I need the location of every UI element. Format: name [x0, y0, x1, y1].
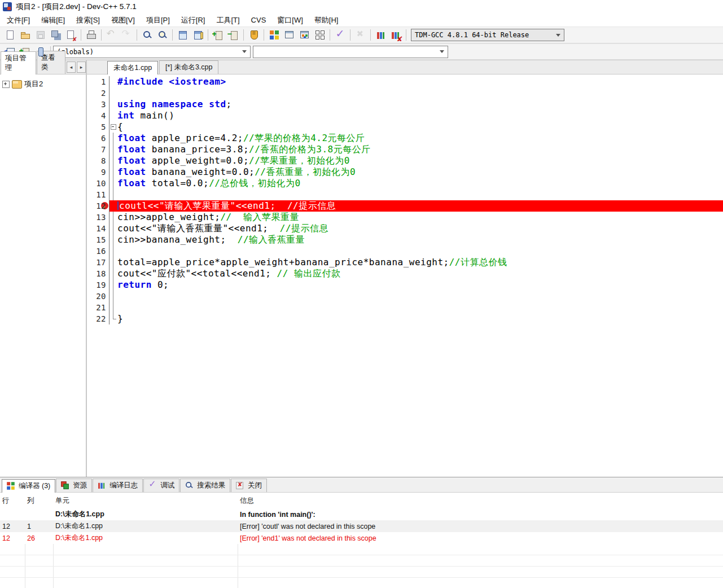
undo-button[interactable] — [104, 28, 119, 42]
code-line-2[interactable]: 2 — [87, 87, 723, 99]
code-line-8[interactable]: 8float apple_weight=0.0;//苹果重量，初始化为0 — [87, 155, 723, 166]
menu-item-2[interactable]: 编辑[E] — [36, 14, 71, 27]
menu-item-5[interactable]: 项目[P] — [141, 14, 176, 27]
line-number-gutter: 1 — [87, 76, 109, 87]
members-select[interactable] — [253, 46, 448, 58]
code-line-14[interactable]: 14cout<<"请输入香蕉重量"<<end1; //提示信息 — [87, 223, 723, 234]
code-line-19[interactable]: 19return 0; — [87, 279, 723, 291]
globals-select[interactable]: (globals) — [53, 46, 251, 58]
fold-marker[interactable] — [109, 121, 117, 133]
code-line-21[interactable]: 21 — [87, 302, 723, 313]
find-in-files-button[interactable] — [155, 28, 170, 42]
column-header-3[interactable]: 单元 — [53, 493, 238, 508]
tree-expand-icon[interactable] — [2, 81, 10, 88]
menu-item-9[interactable]: 窗口[W] — [271, 14, 309, 27]
open-file-button[interactable] — [17, 28, 33, 42]
add-to-project-button[interactable] — [211, 28, 226, 42]
code-editor[interactable]: 1#include <iostream>23using namespace st… — [87, 74, 723, 477]
menu-item-8[interactable]: CVS — [246, 15, 272, 25]
redo-button[interactable] — [119, 28, 134, 42]
profile-analysis-button[interactable] — [373, 28, 388, 42]
print-button[interactable] — [84, 28, 99, 42]
remove-from-project-button[interactable] — [226, 28, 241, 42]
code-line-5[interactable]: 5{ — [87, 121, 723, 133]
code-line-9[interactable]: 9float banana_weight=0.0;//香蕉重量，初始化为0 — [87, 166, 723, 178]
save-all-icon — [50, 29, 62, 41]
project-options-button[interactable] — [246, 28, 261, 42]
code-line-7[interactable]: 7float banana_price=3.8;//香蕉的价格为3.8元每公斤 — [87, 144, 723, 155]
table-row[interactable]: 121D:\未命名1.cpp[Error] 'coutl' was not de… — [0, 520, 723, 532]
code-line-11[interactable]: 11 — [87, 189, 723, 200]
column-header-1[interactable]: 行 — [0, 493, 25, 508]
menu-item-7[interactable]: 工具[T] — [211, 14, 245, 27]
column-header-2[interactable]: 列 — [25, 493, 53, 508]
compiler-select[interactable]: TDM-GCC 4.8.1 64-bit Release — [411, 29, 564, 41]
menu-item-10[interactable]: 帮助[H] — [309, 14, 344, 27]
code-line-12[interactable]: 12coutl<<"请输入苹果重量"<<end1; //提示信息 — [87, 200, 723, 212]
fold-marker — [109, 110, 117, 121]
code-segment: cout<<"应付款"<<total<<end1; — [117, 268, 277, 279]
save-all-button[interactable] — [48, 28, 63, 42]
tab-scroll-right-button[interactable]: ▸ — [77, 62, 86, 73]
line-number-gutter: 10 — [87, 178, 109, 189]
table-row[interactable]: D:\未命名1.cppIn function 'int main()': — [0, 508, 723, 520]
compile-and-run-button[interactable] — [297, 28, 312, 42]
syntax-check-button[interactable] — [332, 28, 348, 42]
code-line-3[interactable]: 3using namespace std; — [87, 99, 723, 110]
rebuild-all-icon — [314, 29, 326, 41]
code-line-16[interactable]: 16 — [87, 245, 723, 257]
replace-button[interactable] — [175, 28, 190, 42]
chevron-down-icon — [242, 50, 247, 55]
report-tab-6[interactable]: 关闭 — [231, 479, 267, 492]
save-button[interactable] — [33, 28, 48, 42]
new-file-button[interactable] — [2, 28, 17, 42]
code-line-20[interactable]: 20 — [87, 291, 723, 302]
menu-item-6[interactable]: 运行[R] — [176, 14, 211, 27]
code-line-17[interactable]: 17total=apple_price*apple_weight+banana_… — [87, 257, 723, 268]
editor-tab-1[interactable]: 未命名1.cpp — [107, 61, 158, 74]
code-line-18[interactable]: 18cout<<"应付款"<<total<<end1; // 输出应付款 — [87, 268, 723, 279]
fold-marker — [109, 144, 117, 155]
report-tab-3[interactable]: 编译日志 — [93, 479, 143, 492]
menu-item-1[interactable]: 文件[F] — [1, 14, 36, 27]
line-number: 3 — [101, 100, 106, 109]
delete-profiling-button[interactable] — [388, 28, 404, 42]
toolbar-separator — [172, 29, 173, 41]
report-tab-2[interactable]: 资源 — [56, 479, 92, 492]
find-button[interactable] — [139, 28, 155, 42]
report-tab-4[interactable]: 调试 — [143, 479, 179, 492]
resource-icon — [60, 480, 71, 491]
fold-marker — [109, 268, 117, 279]
code-segment: //计算总价钱 — [449, 257, 507, 267]
abort-compilation-button[interactable] — [353, 28, 368, 42]
menu-item-4[interactable]: 视图[V] — [106, 14, 141, 27]
replace-all-icon — [192, 29, 204, 41]
table-cell: D:\未命名1.cpp — [53, 520, 238, 532]
run-button[interactable] — [282, 28, 297, 42]
tab-scroll-left-button[interactable]: ◂ — [67, 62, 76, 73]
code-line-22[interactable]: 22} — [87, 313, 723, 324]
tree-item-project[interactable]: 项目2 — [2, 79, 84, 89]
table-row[interactable]: 1226D:\未命名1.cpp[Error] 'end1' was not de… — [0, 532, 723, 544]
project-panel-tab-1[interactable]: 项目管理 — [1, 51, 36, 74]
code-line-6[interactable]: 6float apple_price=4.2;//苹果的价格为4.2元每公斤 — [87, 133, 723, 144]
save-icon — [34, 29, 47, 41]
editor-tab-2[interactable]: [*] 未命名3.cpp — [159, 60, 218, 74]
code-line-10[interactable]: 10float total=0.0;//总价钱，初始化为0 — [87, 178, 723, 189]
rebuild-all-button[interactable] — [312, 28, 327, 42]
code-line-15[interactable]: 15cin>>banana_weight; //输入香蕉重量 — [87, 234, 723, 245]
column-header-4[interactable]: 信息 — [238, 493, 723, 508]
replace-all-button[interactable] — [190, 28, 205, 42]
compile-button[interactable] — [266, 28, 282, 42]
table-cell: [Error] 'end1' was not declared in this … — [238, 532, 723, 544]
report-tab-5[interactable]: 搜索结果 — [180, 479, 230, 492]
code-line-1[interactable]: 1#include <iostream> — [87, 76, 723, 87]
close-file-button[interactable] — [63, 28, 78, 42]
code-line-4[interactable]: 4int main() — [87, 110, 723, 121]
menu-item-3[interactable]: 搜索[S] — [71, 14, 106, 27]
fold-marker — [109, 291, 117, 302]
line-number-gutter: 2 — [87, 87, 109, 99]
report-tab-1[interactable]: 编译器 (3) — [2, 479, 55, 493]
devcpp-window: 项目2 - [项目2.dev] - Dev-C++ 5.7.1 文件[F]编辑[… — [0, 0, 723, 588]
code-line-13[interactable]: 13cin>>apple_weight;// 输入苹果重量 — [87, 212, 723, 223]
